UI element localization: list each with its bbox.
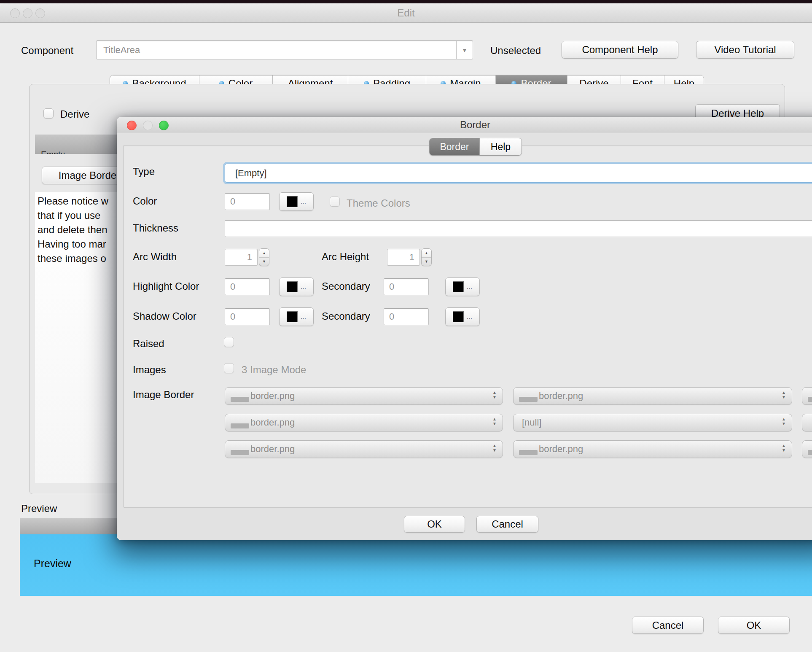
preview-rendering: Preview <box>20 534 812 596</box>
thickness-field[interactable] <box>225 220 812 237</box>
chevron-down-icon[interactable]: ▼ <box>456 41 473 59</box>
preview-component-text: Preview <box>34 558 71 570</box>
image-border-combo-r2c3[interactable] <box>802 414 812 431</box>
border-dialog: Border Border Help Type [Empty] Color 0 … <box>117 117 812 540</box>
color-field[interactable]: 0 <box>225 193 270 210</box>
images-label: Images <box>133 364 166 376</box>
stepper-up-icon[interactable]: ▲ <box>259 249 269 258</box>
stepper-arrows-icon: ▲▼ <box>492 390 497 399</box>
color-label: Color <box>133 195 157 207</box>
color-picker-button[interactable]: ... <box>279 192 314 211</box>
image-border-combo-r2c1[interactable]: border.png ▲▼ <box>225 414 503 431</box>
stepper-up-icon[interactable]: ▲ <box>422 249 431 258</box>
highlight-secondary-picker-button[interactable]: ... <box>445 278 480 296</box>
window-title: Edit <box>0 3 812 22</box>
dialog-cancel-button[interactable]: Cancel <box>476 516 538 533</box>
image-border-combo-r3c1[interactable]: border.png ▲▼ <box>225 440 503 458</box>
shadow-color-label: Shadow Color <box>133 310 196 322</box>
stepper-arrows-icon: ▲▼ <box>492 443 497 453</box>
image-border-combo-r1c2[interactable]: border.png ▲▼ <box>513 387 792 405</box>
image-thumbnail <box>808 397 812 402</box>
highlight-color-field[interactable]: 0 <box>225 278 270 295</box>
arc-width-label: Arc Width <box>133 251 177 263</box>
color-swatch <box>287 281 298 292</box>
border-dialog-title: Border <box>117 117 812 133</box>
component-combobox-value: TitleArea <box>97 45 140 56</box>
thickness-label: Thickness <box>133 222 178 234</box>
edit-cancel-button[interactable]: Cancel <box>632 617 704 634</box>
desktop-edge <box>0 0 812 3</box>
highlight-color-label: Highlight Color <box>133 280 199 292</box>
color-swatch <box>287 196 298 207</box>
stepper-down-icon[interactable]: ▼ <box>259 258 269 266</box>
image-border-combo-r1c3[interactable] <box>802 387 812 405</box>
dialog-tab-border[interactable]: Border <box>430 138 479 155</box>
component-label: Component <box>21 45 73 57</box>
border-dialog-tabbar: Border Help <box>429 138 522 156</box>
highlight-color-picker-button[interactable]: ... <box>279 278 314 296</box>
type-combobox-value: [Empty] <box>225 168 267 179</box>
dialog-ok-button[interactable]: OK <box>404 516 465 533</box>
component-help-button[interactable]: Component Help <box>562 41 678 59</box>
three-image-mode-label: 3 Image Mode <box>242 364 306 376</box>
raised-label: Raised <box>133 338 164 350</box>
image-thumbnail <box>519 397 538 402</box>
highlight-secondary-label: Secondary <box>322 280 370 292</box>
derive-checkbox[interactable] <box>43 108 54 119</box>
color-swatch <box>287 311 298 322</box>
theme-colors-label: Theme Colors <box>347 197 410 209</box>
image-thumbnail <box>808 450 812 455</box>
image-thumbnail <box>519 450 538 455</box>
stepper-arrows-icon: ▲▼ <box>782 417 786 426</box>
border-type-list-item[interactable]: Empty <box>35 135 124 154</box>
dialog-tab-help[interactable]: Help <box>479 138 522 155</box>
image-thumbnail <box>231 397 249 402</box>
shadow-secondary-field[interactable]: 0 <box>384 308 429 325</box>
raised-checkbox[interactable] <box>224 337 234 347</box>
theme-colors-checkbox[interactable] <box>330 197 340 207</box>
stepper-arrows-icon: ▲▼ <box>492 417 497 426</box>
color-swatch <box>453 281 464 292</box>
stepper-arrows-icon: ▲▼ <box>782 390 786 399</box>
arc-width-field[interactable]: 1 <box>225 249 258 266</box>
three-image-mode-checkbox[interactable] <box>224 363 234 373</box>
derive-checkbox-label: Derive <box>60 108 89 120</box>
image-border-combo-r1c1[interactable]: border.png ▲▼ <box>225 387 503 405</box>
type-combobox[interactable]: [Empty] <box>225 164 812 183</box>
shadow-secondary-label: Secondary <box>322 310 370 322</box>
edit-ok-button[interactable]: OK <box>718 617 790 634</box>
shadow-secondary-picker-button[interactable]: ... <box>445 307 480 326</box>
image-border-combo-r3c3[interactable] <box>802 440 812 458</box>
image-border-label: Image Border <box>133 389 194 401</box>
arc-height-stepper[interactable]: ▲ ▼ <box>421 248 432 266</box>
stepper-down-icon[interactable]: ▼ <box>422 258 431 266</box>
preview-label: Preview <box>21 503 57 515</box>
shadow-color-field[interactable]: 0 <box>225 308 270 325</box>
image-border-combo-r3c2[interactable]: border.png ▲▼ <box>513 440 792 458</box>
arc-height-label: Arc Height <box>322 251 369 263</box>
stepper-arrows-icon: ▲▼ <box>782 443 786 453</box>
color-swatch <box>453 311 464 322</box>
shadow-color-picker-button[interactable]: ... <box>279 307 314 326</box>
image-thumbnail <box>231 423 249 428</box>
component-combobox[interactable]: TitleArea ▼ <box>96 40 473 59</box>
highlight-secondary-field[interactable]: 0 <box>384 278 429 295</box>
arc-height-field[interactable]: 1 <box>387 249 420 266</box>
image-thumbnail <box>231 450 249 455</box>
arc-width-stepper[interactable]: ▲ ▼ <box>259 248 269 266</box>
image-border-combo-r2c2[interactable]: [null] ▲▼ <box>513 414 792 431</box>
type-label: Type <box>133 166 155 178</box>
video-tutorial-button[interactable]: Video Tutorial <box>696 41 794 59</box>
unselected-status: Unselected <box>490 45 541 57</box>
image-border-notice-text: Please notice w that if you use and dele… <box>35 192 124 483</box>
